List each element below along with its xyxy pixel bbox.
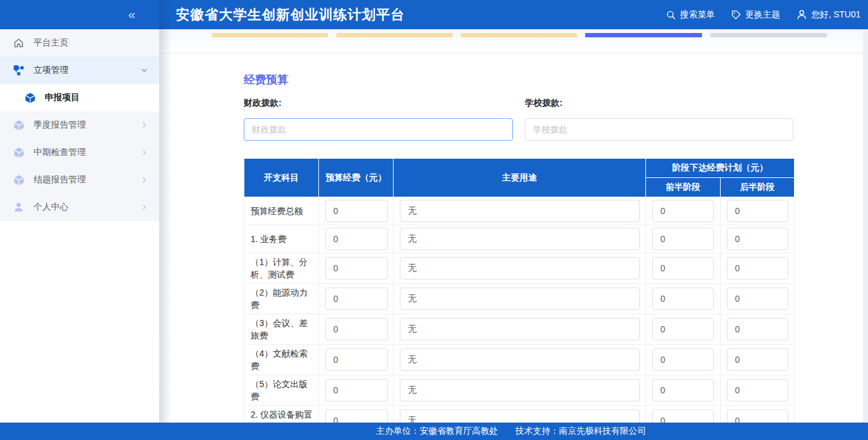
table-row: （5）论文出版费 (244, 375, 795, 406)
home-icon (12, 37, 25, 49)
step-bar-4-active (585, 33, 702, 37)
sidebar-item-label: 季度报告管理 (34, 119, 86, 131)
sidebar-item-personal-center[interactable]: 个人中心 (0, 194, 159, 221)
sidebar-item-quarterly-report[interactable]: 季度报告管理 (0, 111, 159, 139)
cube-icon (12, 146, 25, 159)
user-greeting: 您好, STU01 (811, 9, 861, 21)
second-stage-input[interactable] (727, 349, 788, 371)
table-row: 预算经费总额 (244, 197, 795, 225)
second-stage-input[interactable] (727, 288, 788, 310)
cube-icon (12, 174, 25, 186)
sidebar-item-label: 结题报告管理 (34, 174, 86, 185)
step-bar-3 (461, 33, 577, 37)
first-stage-input[interactable] (652, 288, 714, 310)
header-actions: 搜索菜单 更换主题 您好, STU01 (666, 0, 861, 29)
sidebar-item-platform-home[interactable]: 平台主页 (0, 29, 159, 57)
budget-input[interactable] (325, 318, 388, 340)
usage-input[interactable] (400, 257, 640, 279)
search-menu-button[interactable]: 搜索菜单 (666, 9, 715, 21)
step-progress-bar (159, 29, 863, 54)
first-stage-input[interactable] (652, 257, 714, 279)
sidebar: 平台主页 立项管理 申报项目 季度报告管理 (0, 29, 159, 423)
change-theme-label: 更换主题 (746, 9, 780, 21)
second-stage-input[interactable] (727, 228, 788, 250)
table-row: 1. 业务费 (244, 225, 795, 253)
step-bar-1 (212, 33, 328, 37)
school-grant-field: 学校拨款: (525, 98, 793, 141)
sidebar-item-label: 中期检查管理 (34, 147, 86, 158)
budget-input[interactable] (325, 349, 388, 371)
expense-category-cell: （4）文献检索费 (244, 345, 319, 375)
footer-support-text: 技术支持：南京先极科技有限公司 (515, 426, 646, 437)
chevron-right-icon (141, 204, 148, 211)
sidebar-item-declare-project[interactable]: 申报项目 (0, 84, 159, 111)
budget-input[interactable] (325, 200, 388, 222)
user-menu-button[interactable]: 您好, STU01 (796, 9, 861, 21)
sidebar-item-label: 个人中心 (34, 202, 68, 213)
second-stage-input[interactable] (727, 257, 788, 279)
budget-input[interactable] (325, 288, 388, 310)
second-stage-input[interactable] (727, 318, 788, 340)
cube-icon (12, 119, 25, 131)
first-stage-input[interactable] (652, 200, 714, 222)
col-header-budget: 预算经费（元） (319, 159, 394, 197)
sidebar-item-midterm-check[interactable]: 中期检查管理 (0, 139, 159, 166)
expense-category-cell: （1）计算、分析、测试费 (244, 253, 319, 284)
col-header-subject: 开支科目 (244, 159, 319, 197)
sidebar-item-final-report[interactable]: 结题报告管理 (0, 166, 159, 194)
chevron-down-icon (141, 67, 148, 74)
first-stage-input[interactable] (652, 349, 714, 371)
person-icon (12, 201, 25, 213)
second-stage-input[interactable] (727, 200, 788, 222)
vertical-scrollbar[interactable] (863, 29, 868, 423)
sidebar-item-project-management[interactable]: 立项管理 (0, 57, 159, 84)
fiscal-grant-input[interactable] (244, 118, 513, 141)
budget-input[interactable] (325, 379, 388, 401)
sidebar-item-label: 申报项目 (45, 92, 80, 103)
table-row: （2）能源动力费 (244, 284, 795, 314)
table-row: （3）会议、差旅费 (244, 314, 795, 345)
theme-tag-icon (731, 10, 741, 20)
budget-input[interactable] (325, 410, 388, 423)
table-row: （4）文献检索费 (244, 345, 795, 375)
user-icon (796, 9, 807, 20)
cube-icon (24, 91, 36, 104)
change-theme-button[interactable]: 更换主题 (731, 9, 780, 21)
first-stage-input[interactable] (652, 379, 714, 401)
col-header-first-half: 前半阶段 (646, 178, 721, 197)
budget-input[interactable] (325, 228, 388, 250)
budget-input[interactable] (325, 257, 388, 279)
app-title: 安徽省大学生创新创业训练计划平台 (176, 6, 405, 24)
fiscal-grant-label: 财政拨款: (244, 98, 513, 109)
school-grant-input[interactable] (525, 118, 793, 141)
sidebar-item-label: 平台主页 (34, 37, 68, 49)
school-grant-label: 学校拨款: (525, 98, 793, 109)
expense-category-cell: （5）论文出版费 (244, 375, 319, 406)
usage-input[interactable] (400, 379, 640, 401)
main-content: 经费预算 财政拨款: 学校拨款: 开支科目 预算经费（元） 主要用途 阶段下达经… (159, 29, 863, 423)
second-stage-input[interactable] (727, 379, 788, 401)
table-row: 2. 仪器设备购置费 (244, 406, 795, 423)
sidebar-item-label: 立项管理 (34, 65, 68, 76)
usage-input[interactable] (400, 200, 640, 222)
sidebar-collapse-icon[interactable]: « (128, 6, 136, 22)
first-stage-input[interactable] (652, 410, 714, 423)
usage-input[interactable] (400, 410, 640, 423)
table-row: （1）计算、分析、测试费 (244, 253, 795, 284)
footer-host-text: 主办单位：安徽省教育厅高教处 (376, 426, 498, 437)
first-stage-input[interactable] (652, 228, 714, 250)
usage-input[interactable] (400, 288, 640, 310)
expense-category-cell: （2）能源动力费 (244, 284, 319, 314)
step-bar-5 (710, 33, 827, 37)
first-stage-input[interactable] (652, 318, 714, 340)
usage-input[interactable] (400, 318, 640, 340)
chevron-right-icon (141, 176, 148, 184)
col-header-stage-plan: 阶段下达经费计划（元） (646, 159, 795, 178)
second-stage-input[interactable] (727, 410, 788, 423)
expense-category-cell: 预算经费总额 (244, 197, 319, 225)
usage-input[interactable] (400, 349, 640, 371)
budget-table: 开支科目 预算经费（元） 主要用途 阶段下达经费计划（元） 前半阶段 后半阶段 … (244, 158, 795, 423)
usage-input[interactable] (400, 228, 640, 250)
section-title: 经费预算 (244, 72, 863, 87)
fiscal-grant-field: 财政拨款: (244, 98, 513, 141)
